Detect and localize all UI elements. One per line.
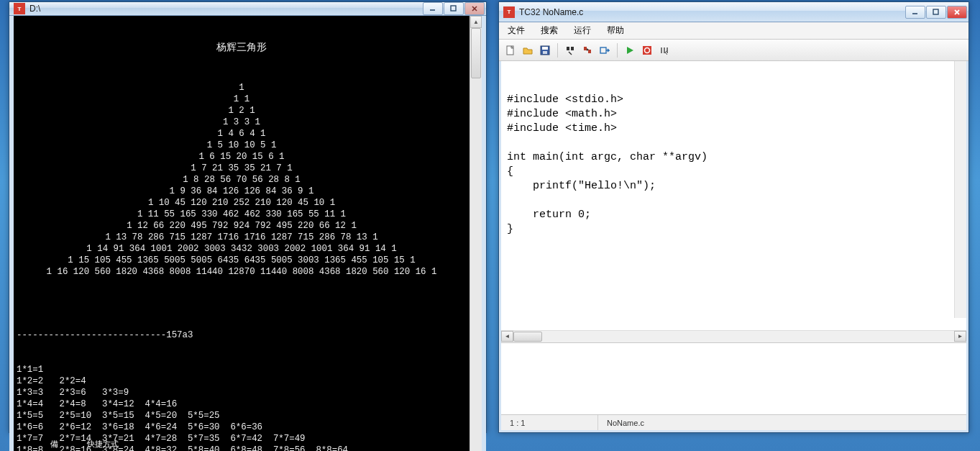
mult-row: 1*5=5 2*5=10 3*5=15 4*5=20 5*5=25	[17, 410, 467, 422]
mult-row: 1*2=2 2*2=4	[17, 375, 467, 387]
minimize-button[interactable]	[905, 6, 925, 19]
code-line: return 0;	[507, 208, 961, 222]
svg-rect-11	[543, 51, 547, 54]
code-line: #include <time.h>	[507, 122, 961, 136]
status-position: 1 : 1	[501, 415, 598, 430]
triangle-row: 1 11 55 165 330 462 462 330 165 55 11 1	[17, 209, 467, 220]
triangle-row: 1 15 105 455 1365 5005 5005 6435 6435 50…	[17, 255, 467, 266]
status-filename: NoName.c	[598, 415, 966, 430]
app-icon: T	[503, 6, 515, 18]
menu-run[interactable]: 运行	[571, 23, 594, 38]
taskbar-text: 備	[50, 439, 58, 450]
triangle-row: 1 14 91 364 1001 2002 3003 3432 3003 200…	[17, 243, 467, 255]
triangle-row: 1 12 66 220 495 792 924 792 495 220 66 1…	[17, 220, 467, 232]
mult-row: 1*4=4 2*4=8 3*4=12 4*4=16	[17, 398, 467, 410]
maximize-button[interactable]	[926, 6, 946, 19]
divider-line: ----------------------------157a3	[17, 329, 467, 341]
code-line	[507, 136, 961, 150]
open-file-icon[interactable]	[521, 43, 535, 58]
triangle-row: 1 4 6 4 1	[17, 128, 467, 140]
toolbar	[499, 40, 968, 61]
scroll-up-button[interactable]: ▲	[470, 16, 482, 28]
save-icon[interactable]	[538, 43, 552, 58]
triangle-row: 1 9 36 84 126 126 84 36 9 1	[17, 186, 467, 197]
svg-rect-5	[933, 9, 938, 14]
triangle-row: 1 5 10 10 5 1	[17, 140, 467, 151]
console-output: 杨辉三角形 11 11 2 11 3 3 11 4 6 4 11 5 10 10…	[14, 16, 470, 451]
code-line	[507, 193, 961, 208]
console-title: D:\	[29, 4, 422, 14]
menu-file[interactable]: 文件	[505, 23, 528, 38]
goto-icon[interactable]	[597, 43, 612, 58]
stop-icon[interactable]	[640, 43, 654, 58]
mult-row: 1*1=1	[17, 364, 467, 375]
mult-row: 1*3=3 2*3=6 3*3=9	[17, 387, 467, 398]
menu-search[interactable]: 搜索	[538, 23, 561, 38]
svg-rect-10	[542, 47, 548, 50]
code-line: #include <math.h>	[507, 107, 961, 122]
editor-window: T TC32 NoName.c 文件 搜索 运行 帮助 #include <st…	[498, 1, 969, 433]
console-scrollbar[interactable]: ▲ ▼	[470, 16, 482, 451]
taskbar-text: 快捷方式	[87, 439, 119, 450]
code-line: printf("Hello!\n");	[507, 179, 961, 193]
statusbar: 1 : 1 NoName.c	[501, 414, 966, 430]
output-pane[interactable]	[501, 342, 966, 414]
editor-title: TC32 NoName.c	[519, 7, 905, 17]
triangle-row: 1 13 78 286 715 1287 1716 1716 1287 715 …	[17, 232, 467, 243]
app-icon: T	[14, 3, 25, 14]
editor-titlebar[interactable]: T TC32 NoName.c	[499, 2, 968, 22]
triangle-row: 1 2 1	[17, 105, 467, 117]
svg-rect-1	[451, 6, 456, 11]
scroll-left-button[interactable]: ◄	[501, 331, 513, 342]
find-icon[interactable]	[563, 43, 577, 58]
console-titlebar[interactable]: T D:\	[9, 2, 486, 16]
editor-hscrollbar[interactable]: ◄ ►	[501, 330, 966, 342]
triangle-row: 1 6 15 20 15 6 1	[17, 151, 467, 163]
triangle-row: 1 8 28 56 70 56 28 8 1	[17, 174, 467, 186]
code-editor[interactable]: #include <stdio.h>#include <math.h>#incl…	[501, 61, 966, 330]
menubar: 文件 搜索 运行 帮助	[499, 22, 968, 40]
svg-rect-13	[600, 47, 606, 53]
triangle-row: 1 10 45 120 210 252 210 120 45 10 1	[17, 197, 467, 209]
scroll-thumb[interactable]	[513, 332, 542, 342]
code-line: int main(int argc, char **argv)	[507, 150, 961, 165]
mult-row: 1*6=6 2*6=12 3*6=18 4*6=24 5*6=30 6*6=36	[17, 422, 467, 433]
new-file-icon[interactable]	[503, 43, 518, 58]
maximize-button[interactable]	[444, 2, 464, 15]
code-line: }	[507, 222, 961, 237]
scroll-right-button[interactable]: ►	[954, 331, 966, 342]
scroll-thumb[interactable]	[471, 28, 481, 78]
close-button-inactive[interactable]	[464, 2, 485, 15]
code-line: {	[507, 165, 961, 179]
code-line: #include <stdio.h>	[507, 93, 961, 107]
minimize-button[interactable]	[423, 2, 443, 15]
editor-vscrollbar[interactable]	[954, 61, 966, 318]
close-button[interactable]	[947, 6, 967, 19]
triangle-title: 杨辉三角形	[17, 42, 467, 53]
console-window: T D:\ 杨辉三角形 11 11 2 11 3 3 11 4 6 4 11 5…	[9, 1, 487, 433]
svg-line-12	[569, 52, 572, 55]
triangle-row: 1 16 120 560 1820 4368 8008 11440 12870 …	[17, 266, 467, 278]
taskbar-hints: 備 快捷方式	[50, 439, 119, 450]
triangle-row: 1	[17, 82, 467, 94]
triangle-row: 1 7 21 35 35 21 7 1	[17, 163, 467, 174]
scroll-track[interactable]	[470, 28, 482, 451]
triangle-row: 1 1	[17, 94, 467, 105]
build-icon[interactable]	[657, 43, 672, 58]
replace-icon[interactable]	[580, 43, 595, 58]
run-icon[interactable]	[623, 43, 637, 58]
triangle-row: 1 3 3 1	[17, 117, 467, 128]
menu-help[interactable]: 帮助	[604, 23, 627, 38]
